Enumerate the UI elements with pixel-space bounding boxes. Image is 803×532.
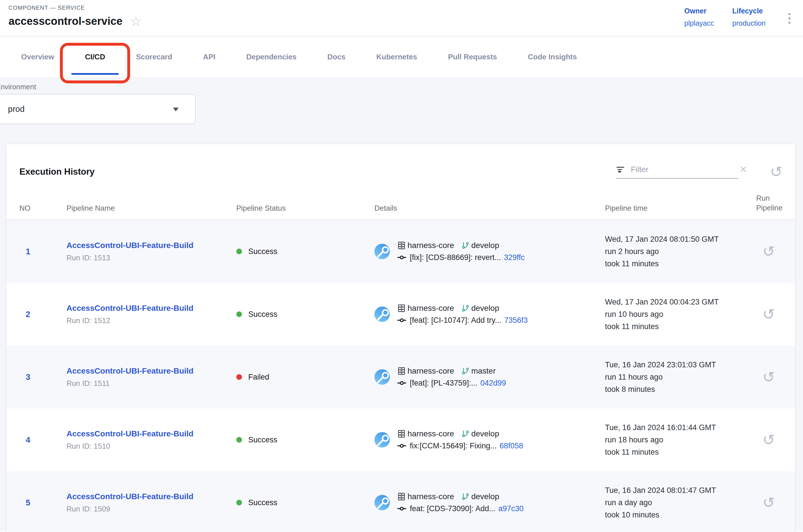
tab-code-insights[interactable]: Code Insights	[513, 37, 592, 77]
run-id: Run ID: 1512	[66, 316, 236, 325]
table-header-row: NO Pipeline Name Pipeline Status Details…	[6, 183, 795, 220]
row-number: 3	[19, 373, 66, 382]
tab-label: Scorecard	[136, 53, 172, 61]
repo-name: harness-core	[407, 241, 454, 250]
git-branch-icon	[461, 242, 470, 249]
lifecycle-block: Lifecycle production	[732, 7, 766, 27]
tab-docs[interactable]: Docs	[312, 37, 361, 77]
entity-kind-label: COMPONENT — SERVICE	[8, 4, 142, 11]
filter-input[interactable]	[631, 165, 734, 174]
execution-history-title: Execution History	[19, 167, 95, 177]
column-header-no: NO	[19, 204, 66, 213]
lifecycle-label: Lifecycle	[732, 7, 766, 15]
status-dot	[236, 437, 242, 443]
execution-history-card: Execution History	[6, 144, 795, 532]
commit-message: fix:[CCM-15649]: Fixing...	[410, 441, 497, 450]
commit-sha-link[interactable]: 68f058	[500, 441, 523, 450]
run-pipeline-icon[interactable]: ↺	[763, 369, 775, 384]
run-pipeline-icon[interactable]: ↺	[763, 244, 775, 259]
repo-name: harness-core	[407, 304, 454, 313]
pipeline-time-gmt: Wed, 17 Jan 2024 08:01:50 GMT	[605, 233, 756, 245]
environment-select[interactable]: prod	[0, 94, 196, 124]
commit-message: feat: [CDS-73090]: Add...	[410, 504, 495, 513]
refresh-icon[interactable]: ↺	[770, 165, 782, 179]
row-number: 4	[19, 435, 66, 445]
table-row: 2 AccessControl-UBI-Feature-Build Run ID…	[6, 283, 795, 346]
repository-icon	[397, 367, 406, 375]
git-commit-icon	[397, 316, 406, 325]
tab-ci-cd[interactable]: CI/CD	[70, 37, 121, 77]
commit-message: [fix]: [CDS-88669]: revert...	[410, 253, 501, 262]
pipeline-time-gmt: Tue, 16 Jan 2024 16:01:44 GMT	[605, 421, 756, 434]
tab-overview[interactable]: Overview	[6, 37, 70, 77]
column-header-run: Run Pipeline	[756, 193, 788, 213]
environment-label: Environment	[0, 83, 803, 91]
pipeline-time-ago: run 11 hours ago	[605, 371, 756, 383]
commit-sha-link[interactable]: a97c30	[498, 504, 524, 513]
repo-name: harness-core	[407, 492, 454, 501]
pipeline-name-link[interactable]: AccessControl-UBI-Feature-Build	[66, 429, 193, 438]
pipeline-time-took: took 11 minutes	[605, 321, 756, 333]
status-dot	[236, 500, 242, 506]
favorite-star-icon[interactable]: ☆	[130, 15, 141, 28]
pipeline-name-link[interactable]: AccessControl-UBI-Feature-Build	[66, 241, 193, 250]
tab-api[interactable]: API	[188, 37, 231, 77]
kebab-menu-icon[interactable]	[788, 13, 790, 24]
pipeline-module-icon	[375, 495, 390, 510]
pipeline-time-took: took 10 minutes	[605, 509, 756, 521]
commit-message: [feat]: [PL-43759]:...	[410, 379, 477, 387]
owner-link[interactable]: plplayacc	[684, 19, 714, 27]
pipeline-time-ago: run 2 hours ago	[605, 245, 756, 258]
tab-label: Docs	[327, 53, 346, 61]
page-title: accesscontrol-service	[8, 15, 122, 27]
execution-table-body: 1 AccessControl-UBI-Feature-Build Run ID…	[6, 220, 795, 532]
tab-label: Code Insights	[528, 53, 577, 61]
pipeline-time-gmt: Wed, 17 Jan 2024 00:04:23 GMT	[605, 296, 756, 308]
run-id: Run ID: 1510	[66, 442, 236, 451]
lifecycle-link[interactable]: production	[732, 19, 766, 27]
run-pipeline-icon[interactable]: ↺	[763, 495, 775, 510]
owner-label: Owner	[684, 7, 714, 15]
run-pipeline-icon[interactable]: ↺	[763, 432, 775, 447]
pipeline-time-took: took 11 minutes	[605, 258, 756, 270]
status-label: Failed	[248, 373, 269, 382]
pipeline-name-link[interactable]: AccessControl-UBI-Feature-Build	[66, 304, 193, 313]
run-pipeline-icon[interactable]: ↺	[763, 307, 775, 322]
tab-bar: Overview CI/CD Scorecard API Dependencie…	[0, 37, 803, 77]
tab-dependencies[interactable]: Dependencies	[231, 37, 312, 77]
column-header-time: Pipeline time	[605, 204, 756, 213]
tab-pull-requests[interactable]: Pull Requests	[433, 37, 513, 77]
branch-name: develop	[471, 304, 499, 313]
status-label: Success	[248, 310, 278, 319]
pipeline-time-ago: run 10 hours ago	[605, 308, 756, 321]
status-label: Success	[248, 498, 278, 507]
repository-icon	[397, 241, 406, 250]
pipeline-time-gmt: Tue, 16 Jan 2024 08:01:47 GMT	[605, 484, 756, 497]
branch-name: develop	[471, 241, 499, 250]
run-id: Run ID: 1509	[66, 505, 236, 513]
status-dot	[236, 374, 242, 380]
column-header-name: Pipeline Name	[66, 204, 236, 213]
clear-filter-icon[interactable]	[739, 165, 747, 174]
environment-value: prod	[8, 104, 24, 114]
row-number: 2	[19, 310, 66, 319]
pipeline-module-icon	[375, 306, 390, 322]
run-id: Run ID: 1513	[66, 253, 236, 262]
column-header-status: Pipeline Status	[236, 204, 375, 213]
commit-sha-link[interactable]: 329ffc	[504, 253, 525, 262]
page-header: COMPONENT — SERVICE accesscontrol-servic…	[0, 0, 803, 37]
tab-scorecard[interactable]: Scorecard	[120, 37, 188, 77]
tab-kubernetes[interactable]: Kubernetes	[361, 37, 433, 77]
commit-sha-link[interactable]: 7356f3	[504, 316, 528, 325]
commit-sha-link[interactable]: 042d99	[480, 379, 506, 387]
git-branch-icon	[461, 493, 470, 500]
git-commit-icon	[397, 253, 406, 262]
pipeline-name-link[interactable]: AccessControl-UBI-Feature-Build	[66, 366, 193, 376]
pipeline-name-link[interactable]: AccessControl-UBI-Feature-Build	[66, 492, 193, 501]
filter-icon	[616, 165, 625, 174]
filter-box	[616, 165, 739, 179]
run-id: Run ID: 1511	[66, 379, 236, 388]
status-dot	[236, 249, 242, 254]
header-meta: Owner plplayacc Lifecycle production	[684, 4, 795, 36]
repository-icon	[397, 430, 406, 438]
